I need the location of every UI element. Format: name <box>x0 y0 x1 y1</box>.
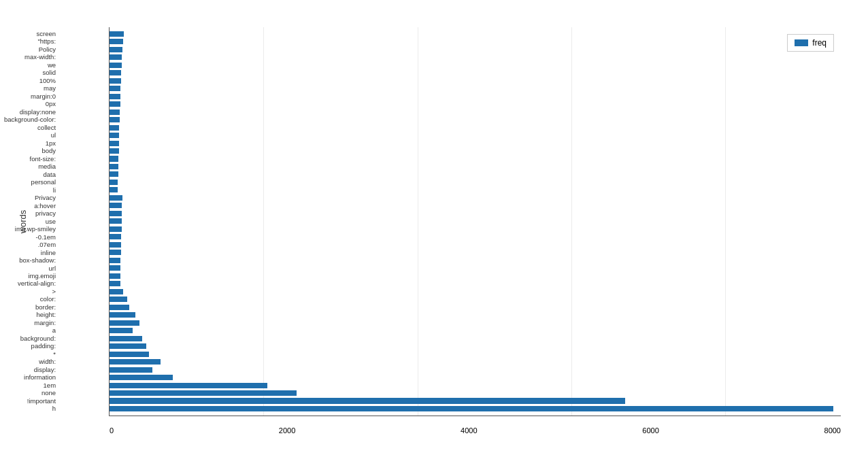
bar-38 <box>110 328 133 333</box>
y-label-13: ul <box>4 132 56 139</box>
bar-row <box>110 131 841 139</box>
bar-9 <box>110 101 120 107</box>
y-label-47: !important <box>4 398 56 405</box>
bar-row <box>110 405 841 412</box>
bar-44 <box>110 375 173 380</box>
bar-row <box>110 319 841 326</box>
y-label-33: > <box>4 288 56 295</box>
y-label-8: margin:0 <box>4 93 56 100</box>
bar-row <box>110 389 841 396</box>
bar-row <box>110 61 841 69</box>
y-label-14: 1px <box>4 140 56 147</box>
bar-row <box>110 178 841 186</box>
bar-27 <box>110 242 121 248</box>
bar-row <box>110 280 841 288</box>
y-label-3: max-width: <box>4 54 56 61</box>
bar-row <box>110 382 841 389</box>
bar-30 <box>110 265 120 271</box>
y-label-32: vertical-align: <box>4 280 56 287</box>
bar-28 <box>110 250 121 255</box>
x-tick-8000: 8000 <box>824 426 841 435</box>
y-label-25: img.wp-smiley <box>4 226 56 233</box>
y-label-15: body <box>4 148 56 154</box>
bar-row <box>110 358 841 365</box>
bar-row <box>110 194 841 201</box>
y-label-48: h <box>4 405 56 412</box>
y-label-42: width: <box>4 358 56 365</box>
y-label-39: background: <box>4 335 56 342</box>
y-label-20: li <box>4 187 56 194</box>
bar-6 <box>110 78 121 84</box>
bar-3 <box>110 54 122 60</box>
bar-row <box>110 171 841 178</box>
bar-12 <box>110 125 119 131</box>
bar-row <box>110 108 841 116</box>
bar-22 <box>110 203 122 208</box>
bar-34 <box>110 297 127 302</box>
bar-16 <box>110 156 118 161</box>
y-label-34: color: <box>4 296 56 303</box>
bar-36 <box>110 312 135 318</box>
y-label-19: personal <box>4 179 56 186</box>
y-label-6: 100% <box>4 78 56 84</box>
y-label-18: data <box>4 171 56 178</box>
y-label-43: display: <box>4 367 56 373</box>
bar-row <box>110 124 841 131</box>
y-label-17: media <box>4 163 56 170</box>
bar-10 <box>110 109 120 115</box>
bar-39 <box>110 336 142 341</box>
x-tick-0: 0 <box>110 426 114 435</box>
bar-29 <box>110 258 120 263</box>
y-label-10: display:none <box>4 109 56 116</box>
y-label-16: font-size: <box>4 156 56 163</box>
bar-row <box>110 397 841 405</box>
bar-row <box>110 265 841 272</box>
y-label-35: border: <box>4 304 56 311</box>
y-label-36: height: <box>4 311 56 318</box>
bar-40 <box>110 343 146 349</box>
bar-37 <box>110 320 139 326</box>
bar-47 <box>110 398 625 403</box>
bar-row <box>110 311 841 318</box>
bar-row <box>110 186 841 194</box>
bar-row <box>110 295 841 303</box>
x-tick-4000: 4000 <box>461 426 477 435</box>
bar-20 <box>110 187 118 192</box>
bar-row <box>110 335 841 342</box>
bar-11 <box>110 117 120 122</box>
bar-19 <box>110 180 118 185</box>
bar-row <box>110 249 841 256</box>
y-label-31: img.emoji <box>4 273 56 280</box>
bar-row <box>110 46 841 53</box>
y-label-12: collect <box>4 124 56 131</box>
bar-row <box>110 69 841 76</box>
y-label-26: -0.1em <box>4 234 56 241</box>
bar-42 <box>110 359 161 365</box>
bar-15 <box>110 148 119 154</box>
bar-row <box>110 225 841 233</box>
y-label-4: we <box>4 62 56 69</box>
chart-area: freq words screen"https:Policymax-width:… <box>109 27 841 416</box>
y-label-28: inline <box>4 250 56 256</box>
y-label-1: "https: <box>4 38 56 45</box>
y-label-7: may <box>4 85 56 92</box>
y-label-9: 0px <box>4 101 56 107</box>
y-label-22: a:hover <box>4 203 56 209</box>
bar-row <box>110 326 841 334</box>
y-label-45: 1em <box>4 382 56 389</box>
y-label-37: margin: <box>4 320 56 326</box>
bar-row <box>110 202 841 209</box>
y-label-44: information <box>4 374 56 381</box>
bar-row <box>110 241 841 248</box>
bar-23 <box>110 211 122 216</box>
bar-row <box>110 373 841 381</box>
bar-48 <box>110 406 833 411</box>
bar-21 <box>110 195 122 201</box>
bar-row <box>110 30 841 37</box>
bar-17 <box>110 164 118 169</box>
bar-35 <box>110 305 129 310</box>
y-label-27: .07em <box>4 241 56 248</box>
bar-32 <box>110 281 120 286</box>
bar-row <box>110 163 841 170</box>
bar-row <box>110 147 841 154</box>
